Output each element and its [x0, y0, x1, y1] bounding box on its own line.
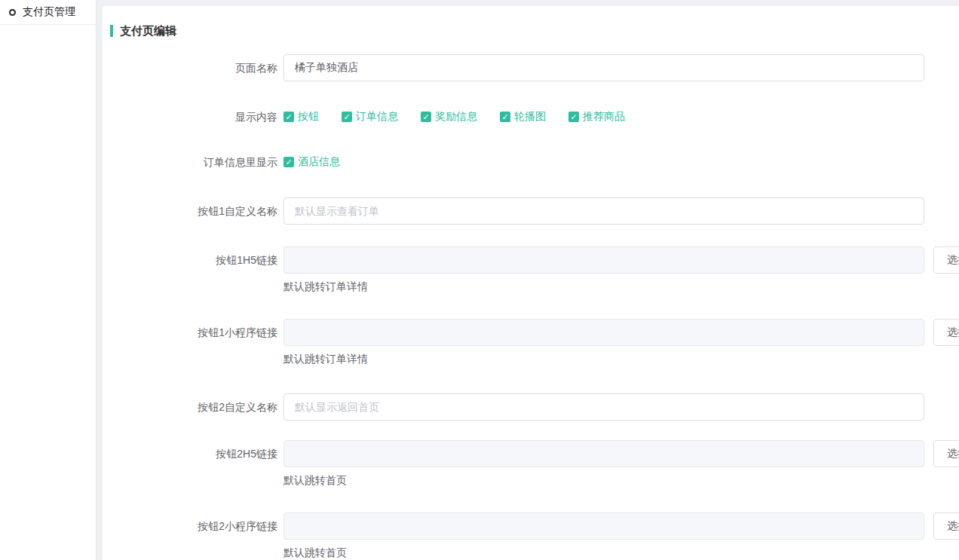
order-info-display-label: 订单信息里显示 — [110, 155, 277, 170]
button2-mini-input — [283, 513, 924, 540]
checkbox-hotel-info[interactable]: ✓ 酒店信息 — [283, 155, 340, 169]
display-content-label: 显示内容 — [110, 109, 277, 124]
form-row-button2-mini: 按钮2小程序链接 选择 默认跳转首页 — [110, 513, 959, 559]
form-row-button2-name: 按钮2自定义名称 — [110, 393, 959, 421]
button1-h5-label: 按钮1H5链接 — [110, 246, 277, 274]
button2-h5-label: 按钮2H5链接 — [110, 440, 277, 467]
sidebar-item-payment-page[interactable]: 支付页管理 — [0, 0, 96, 25]
form-row-order-info-display: 订单信息里显示 ✓ 酒店信息 — [110, 155, 959, 170]
form-row-display-content: 显示内容 ✓ 按钮 ✓ 订单信息 ✓ 奖励信息 ✓ 轮播图 ✓ 推荐商品 — [110, 109, 959, 124]
button1-h5-hint: 默认跳转订单详情 — [283, 280, 959, 293]
title-accent-bar — [110, 25, 113, 37]
button1-h5-input — [283, 246, 924, 274]
form-row-page-name: 页面名称 — [110, 54, 959, 81]
button2-h5-input — [283, 440, 924, 467]
button1-name-label: 按钮1自定义名称 — [110, 197, 277, 225]
checkbox-checked-icon: ✓ — [421, 112, 431, 122]
page-title: 支付页编辑 — [120, 24, 176, 38]
checkbox-button[interactable]: ✓ 按钮 — [283, 110, 319, 124]
sidebar: 支付页管理 — [0, 0, 97, 560]
checkbox-recommended-goods[interactable]: ✓ 推荐商品 — [568, 110, 625, 124]
main-panel: 支付页编辑 页面名称 显示内容 ✓ 按钮 ✓ 订单信息 ✓ 奖励信息 ✓ — [103, 6, 959, 560]
form-row-button1-mini: 按钮1小程序链接 选择 默认跳转订单详情 — [110, 319, 959, 366]
section-title: 支付页编辑 — [110, 24, 959, 38]
form-row-button2-h5: 按钮2H5链接 选择 默认跳转首页 — [110, 440, 959, 487]
form-row-button1-h5: 按钮1H5链接 选择 默认跳转订单详情 — [110, 246, 959, 293]
button2-h5-select-button[interactable]: 选择 — [933, 440, 959, 467]
checkbox-checked-icon: ✓ — [283, 112, 294, 122]
button2-mini-hint: 默认跳转首页 — [283, 546, 959, 559]
checkbox-order-info[interactable]: ✓ 订单信息 — [342, 110, 398, 124]
button1-mini-label: 按钮1小程序链接 — [110, 319, 277, 346]
checkbox-reward-info[interactable]: ✓ 奖励信息 — [421, 110, 477, 124]
button1-h5-select-button[interactable]: 选择 — [933, 246, 959, 274]
button2-mini-label: 按钮2小程序链接 — [110, 513, 277, 540]
form-row-button1-name: 按钮1自定义名称 — [110, 197, 959, 225]
button1-mini-select-button[interactable]: 选择 — [933, 319, 959, 346]
sidebar-item-label: 支付页管理 — [23, 5, 75, 19]
button2-name-label: 按钮2自定义名称 — [110, 393, 277, 421]
circle-icon — [9, 9, 16, 16]
button2-h5-hint: 默认跳转首页 — [283, 474, 959, 487]
button2-name-input[interactable] — [283, 393, 924, 421]
checkbox-checked-icon: ✓ — [283, 157, 294, 167]
checkbox-checked-icon: ✓ — [342, 112, 352, 122]
checkbox-carousel[interactable]: ✓ 轮播图 — [500, 110, 546, 124]
button1-name-input[interactable] — [283, 197, 924, 225]
page-name-label: 页面名称 — [110, 54, 277, 81]
button2-mini-select-button[interactable]: 选择 — [933, 513, 959, 540]
checkbox-checked-icon: ✓ — [568, 112, 579, 122]
checkbox-checked-icon: ✓ — [500, 112, 510, 122]
button1-mini-input — [283, 319, 924, 346]
page-name-input[interactable] — [283, 54, 924, 81]
button1-mini-hint: 默认跳转订单详情 — [283, 353, 959, 366]
